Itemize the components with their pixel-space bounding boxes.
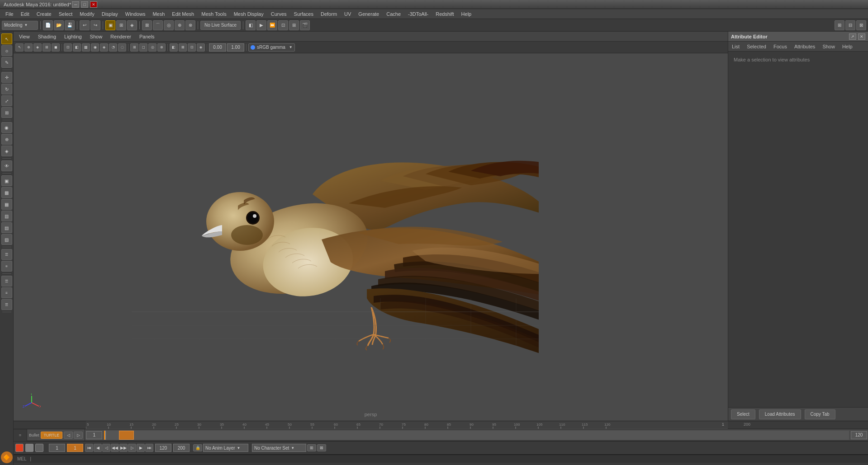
open-file-btn[interactable]: 📂 [54, 20, 64, 30]
prev-frame-btn[interactable]: ◀ [94, 444, 102, 452]
render-list3-btn[interactable]: ☰ [1, 276, 12, 287]
menu-curves[interactable]: Curves [267, 9, 290, 19]
play-back-btn[interactable]: ◀◀ [111, 444, 119, 452]
vp-menu-panels[interactable]: Panels [136, 33, 158, 40]
menu-uv[interactable]: UV [341, 9, 355, 19]
right-icon3[interactable]: ⊠ [856, 20, 866, 30]
attr-select-btn[interactable]: Select [731, 409, 755, 419]
vp-tb-cam2[interactable]: ⊠ [179, 43, 187, 52]
select-comp-btn[interactable]: ◈ [127, 20, 137, 30]
render-list5-btn[interactable]: ☰ [1, 299, 12, 310]
select-hier-btn[interactable]: ⊞ [116, 20, 126, 30]
color-swatch-gray[interactable] [25, 444, 33, 452]
sculpt-btn[interactable]: ⊕ [1, 134, 12, 145]
menu-create[interactable]: Create [33, 9, 55, 19]
next-key-btn[interactable]: ▷ [128, 444, 136, 452]
display-layer2-btn[interactable]: ▩ [1, 187, 12, 198]
char-set-select[interactable]: No Character Set ▼ [252, 444, 306, 452]
paint-weight-btn[interactable]: ◈ [1, 146, 12, 156]
frame-start-input[interactable] [49, 444, 65, 452]
vp-tb-grid[interactable]: ⊞ [130, 43, 138, 52]
anim-layer-lock-btn[interactable]: 🔒 [193, 444, 202, 451]
play-fwd-btn[interactable]: ▶▶ [119, 444, 128, 452]
show-hide-btn[interactable]: 👁 [1, 160, 12, 171]
render-seq-btn[interactable]: ⊞ [289, 20, 299, 30]
vp-tb-shader[interactable]: ◈ [100, 43, 108, 52]
vp-tb-btn1[interactable]: ↖ [15, 43, 24, 52]
attr-editor-close-btn[interactable]: ✕ [858, 33, 865, 40]
display-layer1-btn[interactable]: ▣ [1, 175, 12, 186]
vp-tb-shadow[interactable]: ◔ [109, 43, 117, 52]
menu-mesh-tools[interactable]: Mesh Tools [198, 9, 230, 19]
render-btn[interactable]: ▶ [256, 20, 266, 30]
go-start-btn[interactable]: ⏮ [85, 444, 93, 452]
render-settings-btn[interactable]: ◧ [246, 20, 256, 30]
attr-copy-tab-btn[interactable]: Copy Tab [805, 409, 835, 419]
menu-cache[interactable]: Cache [383, 9, 404, 19]
menu-redshift[interactable]: Redshift [432, 9, 457, 19]
vp-tb-light[interactable]: ◉ [91, 43, 99, 52]
display-layer4-btn[interactable]: ▥ [1, 211, 12, 221]
vp-tb-isolate[interactable]: ◎ [148, 43, 157, 52]
paint-select-btn[interactable]: ✎ [1, 57, 12, 68]
no-live-surface-btn[interactable]: No Live Surface [200, 21, 241, 30]
gamma-select[interactable]: sRGB gamma ▼ [248, 43, 295, 52]
vp-tb-btn4[interactable]: ⊞ [43, 43, 51, 52]
attr-nav-show[interactable]: Show [821, 43, 837, 50]
vp-menu-renderer[interactable]: Renderer [107, 33, 135, 40]
total-end-input[interactable] [173, 444, 190, 452]
next-frame-btn[interactable]: ▶ [137, 444, 145, 452]
vp-tb-obj[interactable]: ◻ [139, 43, 147, 52]
menu-mesh-display[interactable]: Mesh Display [230, 9, 267, 19]
vp-tb-stereo[interactable]: ⊗ [157, 43, 166, 52]
render-list4-btn[interactable]: ≡ [1, 287, 12, 298]
manip-tool-btn[interactable]: ⊞ [1, 107, 12, 118]
workspace-icon[interactable]: 🔶 [1, 451, 13, 463]
snap-live-btn[interactable]: ⊗ [185, 20, 195, 30]
menu-generate[interactable]: Generate [355, 9, 383, 19]
lasso-tool-btn[interactable]: ⌾ [1, 45, 12, 56]
redo-btn[interactable]: ↪ [90, 20, 100, 30]
snap-surface-btn[interactable]: ⊕ [175, 20, 185, 30]
render-list1-btn[interactable]: ☰ [1, 249, 12, 260]
display-layer3-btn[interactable]: ▦ [1, 199, 12, 210]
ipr-btn[interactable]: ⏩ [267, 20, 277, 30]
display-layer5-btn[interactable]: ▤ [1, 222, 12, 233]
menu-display[interactable]: Display [98, 9, 122, 19]
maximize-btn[interactable]: □ [81, 1, 88, 8]
close-btn[interactable]: ✕ [90, 1, 97, 8]
char-set-btn1[interactable]: ⊞ [307, 444, 316, 451]
vp-pos-x-input[interactable] [209, 43, 226, 52]
go-end-btn[interactable]: ⏭ [145, 444, 153, 452]
menu-modify[interactable]: Modify [76, 9, 98, 19]
char-set-btn2[interactable]: ⊠ [317, 444, 326, 451]
vp-tb-btn2[interactable]: ⊕ [24, 43, 33, 52]
attr-editor-float-btn[interactable]: ↗ [849, 33, 856, 40]
menu-windows[interactable]: Windows [122, 9, 149, 19]
vp-tb-cam1[interactable]: ◧ [170, 43, 178, 52]
rotate-tool-btn[interactable]: ↻ [1, 84, 12, 94]
menu-edit[interactable]: Edit [17, 9, 33, 19]
attr-nav-selected[interactable]: Selected [745, 43, 768, 50]
vp-pos-y-input[interactable] [227, 43, 244, 52]
range-start-input[interactable] [86, 431, 102, 439]
next-layer-btn[interactable]: ▷ [74, 432, 83, 439]
vp-tb-solid[interactable]: ◧ [73, 43, 81, 52]
menu-help[interactable]: Help [458, 9, 475, 19]
menu-deform[interactable]: Deform [317, 9, 341, 19]
vp-menu-view[interactable]: View [15, 33, 33, 40]
vp-menu-shading[interactable]: Shading [34, 33, 60, 40]
color-swatch-red[interactable] [15, 444, 24, 452]
render-anim-btn[interactable]: 🎬 [300, 20, 310, 30]
current-frame-input[interactable] [67, 444, 83, 452]
color-swatch-dark[interactable] [35, 444, 43, 452]
attr-nav-focus[interactable]: Focus [772, 43, 789, 50]
anim-layer-select[interactable]: No Anim Layer ▼ [203, 444, 248, 452]
minimize-btn[interactable]: ─ [72, 1, 79, 8]
right-icon1[interactable]: ⊞ [835, 20, 844, 30]
undo-btn[interactable]: ↩ [80, 20, 90, 30]
viewport-3d[interactable]: X Y Z persp [14, 53, 728, 421]
vp-tb-wireframe[interactable]: ⊡ [64, 43, 72, 52]
vp-tb-ao[interactable]: ◌ [118, 43, 126, 52]
menu-surfaces[interactable]: Surfaces [290, 9, 317, 19]
